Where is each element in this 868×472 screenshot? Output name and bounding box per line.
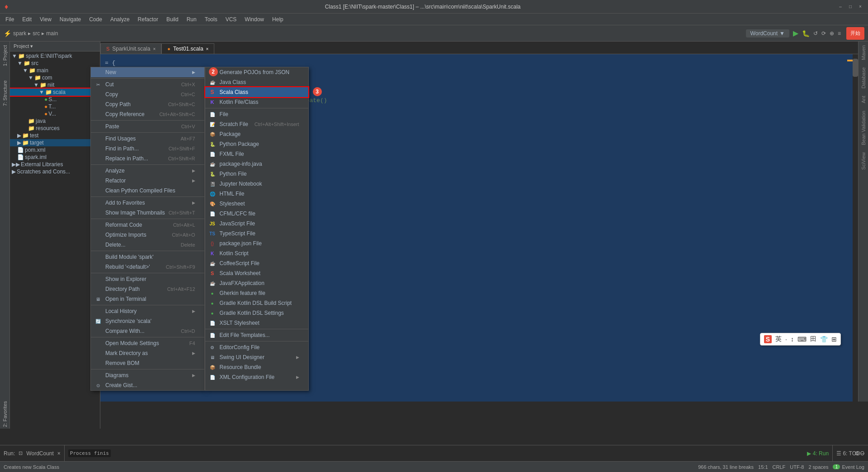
ctx-sync[interactable]: 🔄 Synchronize 'scala' bbox=[91, 316, 204, 326]
close-button[interactable]: × bbox=[857, 4, 863, 10]
ctx-new[interactable]: New ▶ 2 bbox=[91, 67, 204, 77]
line-ending[interactable]: CRLF bbox=[773, 464, 786, 470]
ctx-remove-bom[interactable]: Remove BOM bbox=[91, 358, 204, 368]
toolbar-btn-4[interactable]: ≡ bbox=[838, 30, 841, 37]
ctx-local-history[interactable]: Local History bbox=[91, 306, 204, 316]
new-generate-pojos[interactable]: 📄 Generate POJOs from JSON bbox=[205, 67, 308, 77]
new-gradle-kotlin-settings[interactable]: ● Gradle Kotlin DSL Settings bbox=[205, 308, 308, 318]
new-edit-templates[interactable]: 📄 Edit File Templates... bbox=[205, 330, 308, 340]
menu-edit[interactable]: Edit bbox=[19, 15, 35, 23]
minimize-run-icon[interactable]: – bbox=[861, 450, 864, 457]
ime-keyboard-icon[interactable]: ⌨ bbox=[797, 336, 807, 343]
new-xslt[interactable]: 📄 XSLT Stylesheet bbox=[205, 318, 308, 328]
tree-test[interactable]: ▶ 📁 test bbox=[10, 132, 100, 139]
ctx-copy-path[interactable]: Copy Path Ctrl+Shift+C bbox=[91, 99, 204, 109]
tree-target[interactable]: ▶ 📁 target bbox=[10, 139, 100, 146]
run-bar-close[interactable]: × bbox=[57, 450, 61, 457]
tree-external-libs[interactable]: ▶▶ External Libraries bbox=[10, 161, 100, 168]
new-kotlin-file[interactable]: K Kotlin File/Class bbox=[205, 97, 308, 107]
new-js[interactable]: JS JavaScript File bbox=[205, 219, 308, 229]
ctx-reformat[interactable]: Reformat Code Ctrl+Alt+L bbox=[91, 220, 204, 230]
ctx-open-terminal[interactable]: 🖥 Open in Terminal bbox=[91, 294, 204, 304]
new-package[interactable]: 📦 Package bbox=[205, 129, 308, 139]
open-button[interactable]: 开始 bbox=[846, 27, 864, 40]
tree-pom[interactable]: 📄 pom.xml bbox=[10, 146, 100, 154]
tree-scratches[interactable]: ▶ Scratches and Cons... bbox=[10, 168, 100, 175]
new-gradle-kotlin-build[interactable]: ● Gradle Kotlin DSL Build Script bbox=[205, 298, 308, 308]
tree-niit[interactable]: ▼ 📁 niit bbox=[10, 81, 100, 89]
ime-lang-label[interactable]: 英 bbox=[775, 335, 782, 343]
run-button[interactable]: ▶ bbox=[793, 29, 798, 37]
menu-refactor[interactable]: Refactor bbox=[134, 15, 162, 23]
new-python-file[interactable]: 🐍 Python File bbox=[205, 169, 308, 179]
tree-src[interactable]: ▼ 📁 src bbox=[10, 60, 100, 67]
tree-java[interactable]: 📁 java bbox=[10, 117, 100, 125]
ctx-find-path[interactable]: Find in Path... Ctrl+Shift+F bbox=[91, 144, 204, 154]
tree-sparkiml[interactable]: 📄 spark.iml bbox=[10, 154, 100, 161]
ctx-build-module[interactable]: Build Module 'spark' bbox=[91, 252, 204, 262]
event-log-btn[interactable]: 1 Event Log bbox=[833, 464, 864, 470]
ctx-cut[interactable]: ✂ Cut Ctrl+X bbox=[91, 79, 204, 89]
sidebar-bean-tab[interactable]: Bean Validation bbox=[861, 107, 866, 149]
ctx-find-usages[interactable]: Find Usages Alt+F7 bbox=[91, 134, 204, 144]
ctx-diagrams[interactable]: Diagrams bbox=[91, 370, 204, 380]
ctx-dir-path[interactable]: Directory Path Ctrl+Alt+F12 bbox=[91, 284, 204, 294]
new-editorconfig[interactable]: ⚙ EditorConfig File bbox=[205, 342, 308, 352]
scrollbar-thumb[interactable] bbox=[853, 59, 858, 77]
toolbar-btn-1[interactable]: ↺ bbox=[813, 30, 818, 37]
new-ts[interactable]: TS TypeScript File bbox=[205, 229, 308, 238]
ctx-copy-ref[interactable]: Copy Reference Ctrl+Alt+Shift+C bbox=[91, 109, 204, 119]
sidebar-favorites-tab[interactable]: 2: Favorites bbox=[2, 399, 8, 429]
tab-sparkunit[interactable]: S SparkUnit.scala × bbox=[100, 43, 161, 54]
editor-scrollbar[interactable] bbox=[853, 54, 858, 402]
tree-scala-s[interactable]: ● S... bbox=[10, 96, 100, 103]
encoding[interactable]: UTF-8 bbox=[790, 464, 804, 470]
ctx-replace-path[interactable]: Replace in Path... Ctrl+Shift+R bbox=[91, 154, 204, 164]
ime-input-icon[interactable]: ↕ bbox=[791, 336, 794, 343]
tree-scala-t[interactable]: ● T... bbox=[10, 103, 100, 110]
run-rerun-btn[interactable]: ▶ 4: Run bbox=[807, 450, 829, 457]
new-python-package[interactable]: 🐍 Python Package bbox=[205, 139, 308, 149]
ctx-show-explorer[interactable]: Show in Explorer bbox=[91, 274, 204, 284]
ctx-delete[interactable]: Delete... Delete bbox=[91, 240, 204, 250]
new-file[interactable]: 📄 File bbox=[205, 109, 308, 119]
sidebar-project-tab[interactable]: 1: Project bbox=[2, 43, 8, 68]
new-javafx[interactable]: ☕ JavaFXApplication bbox=[205, 278, 308, 288]
ctx-create-gist[interactable]: ⊙ Create Gist... bbox=[91, 380, 204, 390]
menu-file[interactable]: File bbox=[2, 15, 18, 23]
menu-tools[interactable]: Tools bbox=[201, 15, 221, 23]
ctx-add-favorites[interactable]: Add to Favorites bbox=[91, 198, 204, 208]
new-swing[interactable]: 🖥 Swing UI Designer bbox=[205, 352, 308, 362]
settings-icon[interactable]: ⚙ bbox=[854, 450, 859, 457]
menu-run[interactable]: Run bbox=[183, 15, 200, 23]
new-resource-bundle[interactable]: 📦 Resource Bundle bbox=[205, 362, 308, 372]
menu-vcs[interactable]: VCS bbox=[222, 15, 241, 23]
toolbar-btn-2[interactable]: ⟳ bbox=[821, 30, 826, 37]
new-package-json[interactable]: {} package.json File bbox=[205, 238, 308, 248]
ctx-analyze[interactable]: Analyze bbox=[91, 166, 204, 176]
tree-resources[interactable]: 📁 resources bbox=[10, 125, 100, 132]
ctx-thumbnails[interactable]: Show Image Thumbnails Ctrl+Shift+T bbox=[91, 208, 204, 218]
new-coffeescript[interactable]: ☕ CoffeeScript File bbox=[205, 258, 308, 268]
new-gherkin[interactable]: ● Gherkin feature file bbox=[205, 288, 308, 298]
ctx-clean-python[interactable]: Clean Python Compiled Files bbox=[91, 186, 204, 196]
ime-shirt-icon[interactable]: 👕 bbox=[820, 336, 828, 343]
project-header[interactable]: Project ▾ bbox=[10, 42, 100, 51]
menu-analyze[interactable]: Analyze bbox=[107, 15, 133, 23]
tree-main[interactable]: ▼ 📁 main bbox=[10, 67, 100, 74]
menu-view[interactable]: View bbox=[36, 15, 55, 23]
tree-com[interactable]: ▼ 📁 com bbox=[10, 74, 100, 81]
sidebar-database-tab[interactable]: Database bbox=[861, 64, 866, 92]
sidebar-ant-tab[interactable]: Ant bbox=[861, 92, 866, 107]
maximize-button[interactable]: □ bbox=[847, 4, 854, 10]
new-stylesheet[interactable]: 🎨 Stylesheet bbox=[205, 199, 308, 209]
ctx-compare[interactable]: Compare With... Ctrl+D bbox=[91, 326, 204, 336]
tree-spark[interactable]: ▼ 📁 spark E:\NIIT\spark bbox=[10, 52, 100, 60]
minimize-button[interactable]: – bbox=[837, 4, 844, 10]
ime-apps-icon[interactable]: ⊞ bbox=[831, 336, 837, 343]
new-scala-worksheet[interactable]: S Scala Worksheet bbox=[205, 268, 308, 278]
ctx-refactor[interactable]: Refactor bbox=[91, 176, 204, 186]
toolbar-btn-3[interactable]: ⊕ bbox=[830, 30, 834, 37]
sidebar-maven-tab[interactable]: Maven bbox=[861, 42, 866, 64]
tree-scala[interactable]: ▼ 📁 scala bbox=[10, 89, 100, 96]
